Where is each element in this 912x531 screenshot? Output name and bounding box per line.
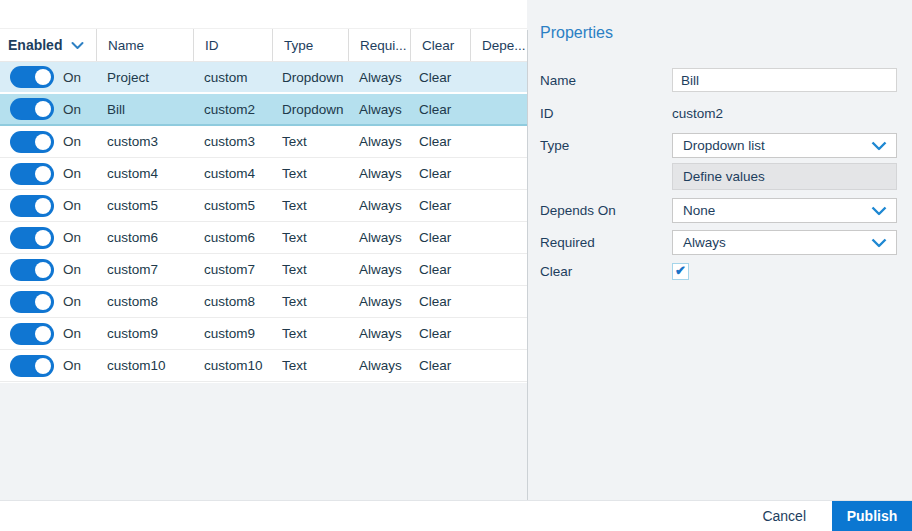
table-row[interactable]: On custom5 custom5 Text Always Clear	[0, 190, 527, 222]
toggle-knob	[35, 294, 51, 310]
toggle-knob	[35, 166, 51, 182]
cell-clear: Clear	[410, 230, 470, 245]
column-header-name[interactable]: Name	[96, 29, 193, 61]
cell-enabled: On	[0, 131, 96, 153]
chevron-down-icon[interactable]	[71, 41, 84, 50]
toggle-knob	[35, 198, 51, 214]
properties-panel: Properties Name ID custom2 Type Dropdown…	[528, 0, 912, 500]
toggle-state-label: On	[63, 230, 81, 245]
required-dropdown[interactable]: Always	[672, 230, 897, 255]
cell-required: Always	[348, 134, 410, 149]
cell-type: Text	[272, 166, 348, 181]
cell-type: Text	[272, 326, 348, 341]
cell-enabled: On	[0, 355, 96, 377]
type-dropdown[interactable]: Dropdown list	[672, 133, 897, 158]
column-header-enabled-label: Enabled	[8, 37, 62, 53]
cell-name: Project	[96, 70, 193, 85]
cell-name: custom3	[96, 134, 193, 149]
cell-id: custom10	[193, 358, 272, 373]
toggle-switch[interactable]	[10, 259, 54, 281]
table-row[interactable]: On Bill custom2 Dropdown Always Clear	[0, 94, 527, 126]
toggle-switch[interactable]	[10, 98, 54, 120]
name-label: Name	[540, 73, 672, 88]
toggle-switch[interactable]	[10, 227, 54, 249]
cell-id: custom2	[193, 102, 272, 117]
table-body: On Project custom Dropdown Always Clear …	[0, 62, 527, 382]
table-row[interactable]: On custom10 custom10 Text Always Clear	[0, 350, 527, 382]
column-header-required[interactable]: Requi...	[348, 29, 410, 61]
cell-clear: Clear	[410, 326, 470, 341]
name-input[interactable]	[672, 68, 897, 92]
cell-required: Always	[348, 166, 410, 181]
table-row[interactable]: On custom7 custom7 Text Always Clear	[0, 254, 527, 286]
cell-name: custom7	[96, 262, 193, 277]
cancel-button[interactable]: Cancel	[762, 508, 806, 524]
table-row[interactable]: On custom4 custom4 Text Always Clear	[0, 158, 527, 190]
toggle-switch[interactable]	[10, 291, 54, 313]
cell-enabled: On	[0, 227, 96, 249]
toggle-switch[interactable]	[10, 323, 54, 345]
depends-on-label: Depends On	[540, 203, 672, 218]
type-label: Type	[540, 138, 672, 153]
column-header-clear[interactable]: Clear	[410, 29, 470, 61]
toggle-state-label: On	[63, 262, 81, 277]
cell-id: custom7	[193, 262, 272, 277]
cell-clear: Clear	[410, 166, 470, 181]
table-row[interactable]: On custom6 custom6 Text Always Clear	[0, 222, 527, 254]
table-row[interactable]: On custom8 custom8 Text Always Clear	[0, 286, 527, 318]
toggle-switch[interactable]	[10, 163, 54, 185]
id-label: ID	[540, 106, 672, 121]
table-row[interactable]: On custom9 custom9 Text Always Clear	[0, 318, 527, 350]
toggle-state-label: On	[63, 102, 81, 117]
toggle-knob	[35, 101, 51, 117]
cell-type: Text	[272, 358, 348, 373]
table-row[interactable]: On custom3 custom3 Text Always Clear	[0, 126, 527, 158]
cell-type: Text	[272, 294, 348, 309]
cell-id: custom5	[193, 198, 272, 213]
toggle-switch[interactable]	[10, 131, 54, 153]
toggle-knob	[35, 262, 51, 278]
properties-title: Properties	[540, 24, 613, 42]
type-dropdown-value: Dropdown list	[683, 138, 765, 153]
toggle-state-label: On	[63, 358, 81, 373]
toggle-state-label: On	[63, 134, 81, 149]
cell-enabled: On	[0, 163, 96, 185]
custom-fields-settings-page: Enabled Name ID Type Requi... Clear Depe…	[0, 0, 912, 531]
cell-required: Always	[348, 102, 410, 117]
clear-checkbox[interactable]: ✔	[672, 263, 689, 280]
column-header-id[interactable]: ID	[193, 29, 272, 61]
cell-name: custom6	[96, 230, 193, 245]
depends-on-dropdown-value: None	[683, 203, 715, 218]
toggle-state-label: On	[63, 166, 81, 181]
cell-type: Dropdown	[272, 102, 348, 117]
cell-id: custom8	[193, 294, 272, 309]
toggle-state-label: On	[63, 70, 81, 85]
toggle-knob	[35, 230, 51, 246]
cell-required: Always	[348, 230, 410, 245]
column-header-enabled[interactable]: Enabled	[0, 29, 96, 61]
footer-bar: Cancel Publish	[0, 500, 912, 531]
column-header-type[interactable]: Type	[272, 29, 348, 61]
cell-required: Always	[348, 358, 410, 373]
toggle-switch[interactable]	[10, 66, 54, 88]
cell-enabled: On	[0, 66, 96, 88]
cell-id: custom4	[193, 166, 272, 181]
toggle-knob	[35, 69, 51, 85]
table-row[interactable]: On Project custom Dropdown Always Clear	[0, 62, 527, 94]
column-header-depends[interactable]: Depe...	[470, 29, 527, 61]
toggle-switch[interactable]	[10, 195, 54, 217]
chevron-down-icon	[871, 202, 887, 220]
publish-button[interactable]: Publish	[832, 501, 912, 531]
define-values-button[interactable]: Define values	[672, 163, 897, 190]
cell-name: custom5	[96, 198, 193, 213]
toggle-switch[interactable]	[10, 355, 54, 377]
cell-id: custom6	[193, 230, 272, 245]
cell-enabled: On	[0, 195, 96, 217]
clear-label: Clear	[540, 264, 672, 279]
depends-on-dropdown[interactable]: None	[672, 198, 897, 223]
cell-name: custom4	[96, 166, 193, 181]
toggle-knob	[35, 134, 51, 150]
cell-required: Always	[348, 70, 410, 85]
chevron-down-icon	[871, 137, 887, 155]
cell-id: custom	[193, 70, 272, 85]
